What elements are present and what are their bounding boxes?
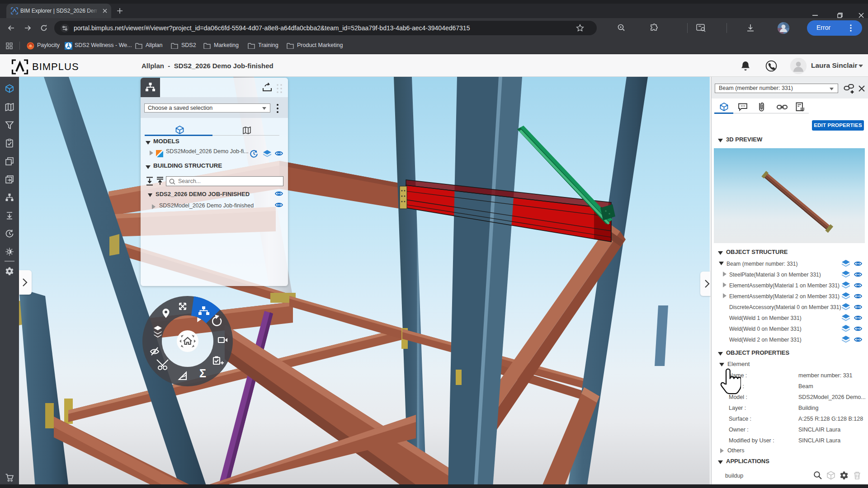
svg-text:Σ: Σ [199,367,206,380]
